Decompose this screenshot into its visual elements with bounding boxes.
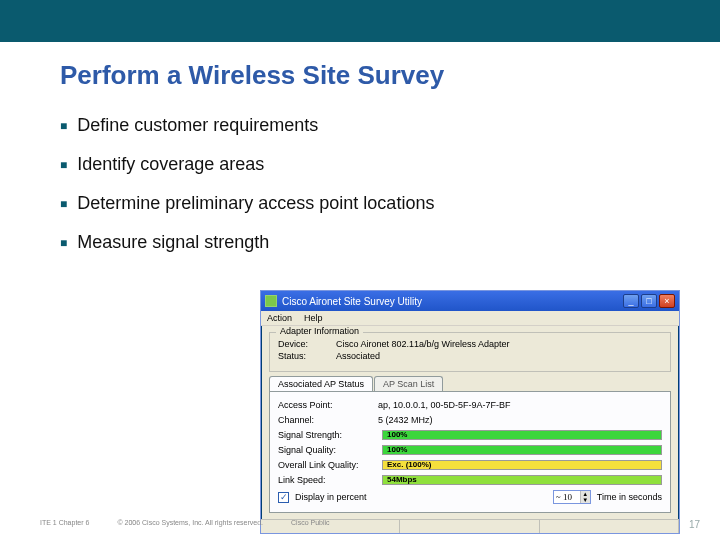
link-speed-text: 54Mbps — [387, 475, 417, 484]
signal-strength-text: 100% — [387, 430, 407, 439]
signal-strength-label: Signal Strength: — [278, 430, 378, 440]
footer-copyright: © 2006 Cisco Systems, Inc. All rights re… — [117, 519, 263, 530]
bullet-item: Determine preliminary access point locat… — [60, 193, 720, 214]
menu-action[interactable]: Action — [267, 313, 292, 323]
signal-quality-bar: 100% — [382, 445, 662, 455]
link-speed-label: Link Speed: — [278, 475, 378, 485]
slide-body: Perform a Wireless Site Survey Define cu… — [0, 42, 720, 253]
maximize-button[interactable]: □ — [641, 294, 657, 308]
bullet-text: Identify coverage areas — [77, 154, 264, 175]
bullet-item: Identify coverage areas — [60, 154, 720, 175]
signal-quality-text: 100% — [387, 445, 407, 454]
status-label: Status: — [278, 351, 336, 361]
status-value: Associated — [336, 351, 380, 361]
minimize-button[interactable]: _ — [623, 294, 639, 308]
channel-value: 5 (2432 MHz) — [378, 415, 433, 425]
close-button[interactable]: × — [659, 294, 675, 308]
tab-body: Access Point: ap, 10.0.0.1, 00-5D-5F-9A-… — [269, 391, 671, 513]
time-spinner[interactable]: ▲▼ — [553, 490, 591, 504]
tab-strip: Associated AP Status AP Scan List — [269, 376, 671, 391]
time-spinner-input[interactable] — [554, 491, 580, 503]
bullet-list: Define customer requirements Identify co… — [60, 115, 720, 253]
header-band — [0, 0, 720, 42]
footer-chapter: ITE 1 Chapter 6 — [40, 519, 89, 530]
slide-footer: ITE 1 Chapter 6 © 2006 Cisco Systems, In… — [40, 519, 700, 530]
adapter-info-panel: Adapter Information Device:Cisco Aironet… — [269, 332, 671, 372]
bullet-item: Measure signal strength — [60, 232, 720, 253]
menubar: Action Help — [261, 311, 679, 326]
panel-title: Adapter Information — [276, 326, 363, 336]
slide-title: Perform a Wireless Site Survey — [60, 60, 720, 91]
overall-quality-bar: Exc. (100%) — [382, 460, 662, 470]
overall-quality-text: Exc. (100%) — [387, 460, 431, 469]
window-title: Cisco Aironet Site Survey Utility — [282, 296, 621, 307]
menu-help[interactable]: Help — [304, 313, 323, 323]
ap-label: Access Point: — [278, 400, 378, 410]
tab-associated-ap[interactable]: Associated AP Status — [269, 376, 373, 391]
device-label: Device: — [278, 339, 336, 349]
channel-label: Channel: — [278, 415, 378, 425]
signal-strength-bar: 100% — [382, 430, 662, 440]
spinner-down-icon[interactable]: ▼ — [581, 497, 590, 503]
app-icon — [265, 295, 277, 307]
link-speed-bar: 54Mbps — [382, 475, 662, 485]
display-percent-checkbox[interactable]: ✓ — [278, 492, 289, 503]
spinner-buttons[interactable]: ▲▼ — [580, 491, 590, 503]
ap-value: ap, 10.0.0.1, 00-5D-5F-9A-7F-BF — [378, 400, 511, 410]
bullet-text: Determine preliminary access point locat… — [77, 193, 434, 214]
bullet-text: Measure signal strength — [77, 232, 269, 253]
tab-ap-scan-list[interactable]: AP Scan List — [374, 376, 443, 391]
titlebar[interactable]: Cisco Aironet Site Survey Utility _ □ × — [261, 291, 679, 311]
device-value: Cisco Aironet 802.11a/b/g Wireless Adapt… — [336, 339, 510, 349]
footer-label: Cisco Public — [291, 519, 330, 530]
page-number: 17 — [689, 519, 700, 530]
display-percent-label: Display in percent — [295, 492, 367, 502]
time-label: Time in seconds — [597, 492, 662, 502]
bullet-text: Define customer requirements — [77, 115, 318, 136]
overall-quality-label: Overall Link Quality: — [278, 460, 378, 470]
site-survey-window: Cisco Aironet Site Survey Utility _ □ × … — [260, 290, 680, 534]
bullet-item: Define customer requirements — [60, 115, 720, 136]
signal-quality-label: Signal Quality: — [278, 445, 378, 455]
